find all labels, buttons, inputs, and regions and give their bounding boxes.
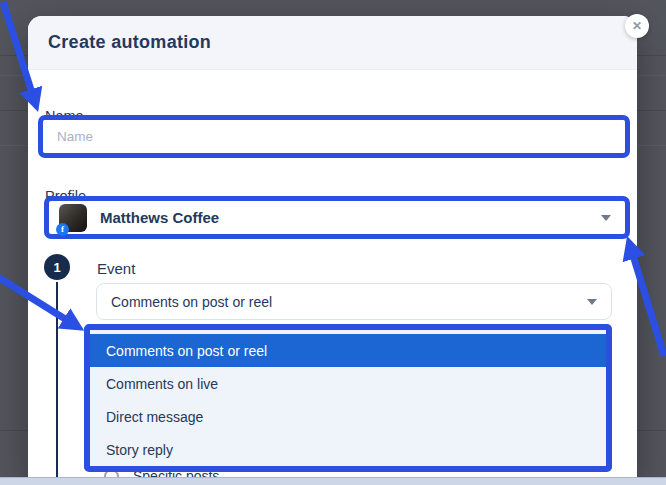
event-options-dropdown: Comments on post or reel Comments on liv… xyxy=(84,324,612,472)
name-input[interactable] xyxy=(43,120,625,153)
step-number-badge: 1 xyxy=(44,254,70,280)
dropdown-option-comments-post-reel[interactable]: Comments on post or reel xyxy=(90,334,606,367)
step-connector-line xyxy=(56,282,58,485)
chevron-down-icon xyxy=(587,299,597,305)
close-icon[interactable]: ✕ xyxy=(625,14,649,38)
chevron-down-icon xyxy=(601,215,611,221)
modal-header: Create automation xyxy=(28,16,637,70)
event-section-label: Event xyxy=(97,260,135,277)
profile-selected-value: Matthews Coffee xyxy=(100,209,219,226)
modal-title: Create automation xyxy=(48,32,211,53)
profile-select[interactable]: f Matthews Coffee xyxy=(44,196,630,239)
dropdown-option-comments-live[interactable]: Comments on live xyxy=(90,367,606,400)
create-automation-modal: Create automation ✕ Name Profile f Matth… xyxy=(28,16,637,485)
bottom-edge-strip xyxy=(0,477,666,485)
facebook-icon: f xyxy=(56,223,69,236)
dropdown-option-direct-message[interactable]: Direct message xyxy=(90,400,606,433)
name-field-highlight xyxy=(38,115,630,158)
event-select-value: Comments on post or reel xyxy=(111,294,272,310)
event-select[interactable]: Comments on post or reel xyxy=(96,283,612,320)
dropdown-option-story-reply[interactable]: Story reply xyxy=(90,433,606,466)
screen: d pr Create automation ✕ Name Profile f … xyxy=(0,0,666,485)
profile-avatar: f xyxy=(59,204,87,232)
